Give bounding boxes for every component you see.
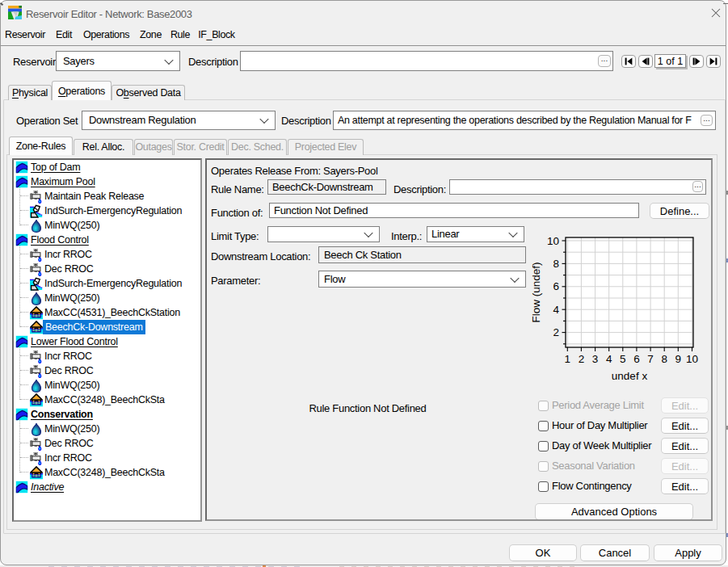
svg-text:8: 8 [661, 353, 667, 365]
svg-text:7: 7 [647, 353, 654, 365]
svg-text:9: 9 [675, 353, 682, 365]
svg-text:5: 5 [620, 353, 626, 365]
svg-text:4: 4 [606, 353, 612, 365]
svg-text:undef x: undef x [612, 370, 648, 382]
svg-text:6: 6 [633, 353, 640, 365]
svg-text:8: 8 [553, 258, 559, 270]
svg-text:2: 2 [553, 326, 559, 338]
svg-text:1: 1 [565, 353, 571, 365]
svg-text:10: 10 [686, 353, 698, 365]
svg-text:2: 2 [579, 353, 585, 365]
svg-text:3: 3 [592, 353, 599, 365]
svg-text:Flow (undef): Flow (undef) [530, 262, 542, 322]
svg-text:4: 4 [553, 304, 559, 316]
svg-text:10: 10 [547, 235, 559, 247]
svg-text:6: 6 [553, 280, 559, 292]
